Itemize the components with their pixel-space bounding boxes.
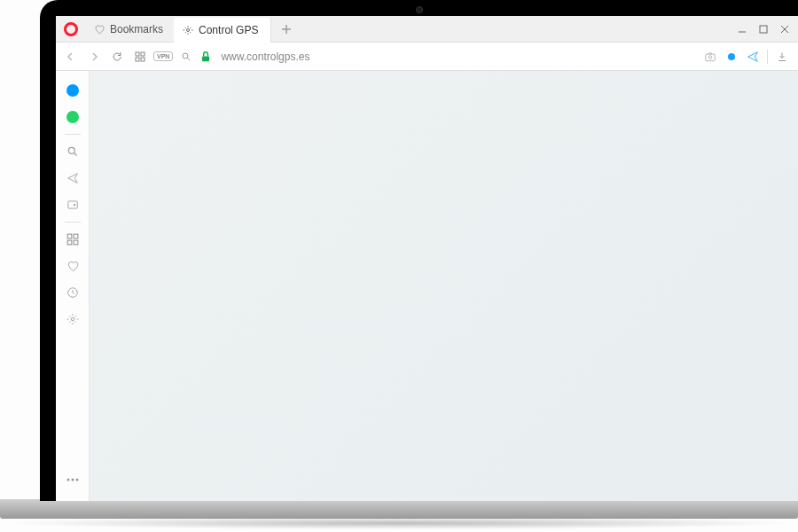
- laptop-frame: Bookmarks Control GPS: [40, 0, 798, 501]
- more-icon: [66, 478, 79, 481]
- browser-body: [56, 71, 798, 501]
- svg-point-6: [183, 53, 188, 59]
- sidebar-bookmarks[interactable]: [60, 254, 85, 278]
- page-content: [90, 71, 798, 501]
- search-button[interactable]: [176, 47, 196, 66]
- sidebar: [56, 71, 90, 501]
- back-button[interactable]: [61, 47, 81, 66]
- reload-icon: [112, 51, 122, 62]
- maximize-button[interactable]: [754, 20, 773, 39]
- separator: [767, 50, 768, 64]
- vpn-badge[interactable]: VPN: [153, 51, 173, 61]
- close-button[interactable]: [775, 20, 794, 39]
- svg-rect-2: [136, 52, 139, 56]
- heart-icon: [66, 260, 79, 272]
- whatsapp-icon: [66, 111, 79, 123]
- send-icon: [747, 51, 759, 63]
- new-tab-button[interactable]: [275, 18, 298, 41]
- svg-point-20: [75, 479, 78, 481]
- svg-point-9: [708, 55, 712, 59]
- sidebar-separator: [65, 134, 81, 135]
- svg-rect-15: [74, 240, 78, 245]
- lock-icon: [200, 51, 212, 63]
- sidebar-settings[interactable]: [60, 307, 85, 332]
- laptop-base: [0, 499, 798, 519]
- adblock-indicator[interactable]: [724, 50, 739, 64]
- sidebar-history[interactable]: [60, 280, 85, 305]
- sidebar-flow[interactable]: [60, 166, 85, 191]
- camera-icon: [416, 6, 423, 13]
- sidebar-search[interactable]: [60, 139, 85, 164]
- search-icon: [66, 145, 79, 158]
- maximize-icon: [759, 25, 768, 34]
- reload-button[interactable]: [107, 47, 127, 66]
- svg-point-0: [187, 28, 190, 31]
- sidebar-personal-news[interactable]: [60, 192, 85, 217]
- laptop-shadow: [0, 517, 798, 529]
- svg-rect-12: [67, 234, 72, 239]
- send-icon: [66, 172, 79, 184]
- svg-rect-1: [760, 26, 767, 33]
- minimize-button[interactable]: [732, 20, 752, 39]
- address-bar-actions: [703, 50, 793, 64]
- svg-rect-8: [706, 54, 716, 61]
- heart-icon: [94, 24, 105, 35]
- opera-logo-icon: [64, 22, 78, 36]
- bookmarks-tab-label: Bookmarks: [110, 23, 163, 35]
- clock-icon: [66, 286, 79, 299]
- download-icon: [777, 51, 787, 62]
- chevron-left-icon: [66, 52, 75, 61]
- close-icon: [780, 25, 789, 34]
- active-tab[interactable]: Control GPS: [174, 18, 271, 43]
- gear-icon: [66, 313, 79, 325]
- svg-rect-13: [74, 234, 78, 239]
- grid-icon: [135, 51, 145, 62]
- svg-rect-4: [136, 58, 139, 61]
- sidebar-whatsapp[interactable]: [60, 105, 85, 129]
- window-controls: [732, 20, 798, 39]
- bookmarks-tab[interactable]: Bookmarks: [83, 16, 174, 43]
- tab-title: Control GPS: [199, 24, 258, 36]
- svg-rect-14: [67, 240, 72, 245]
- svg-rect-11: [67, 201, 77, 208]
- svg-rect-7: [202, 56, 209, 61]
- send-button[interactable]: [746, 50, 760, 64]
- chevron-right-icon: [90, 52, 98, 61]
- news-icon: [66, 199, 79, 211]
- url-input[interactable]: www.controlgps.es: [215, 51, 700, 63]
- sidebar-more[interactable]: [60, 467, 85, 492]
- tab-bar: Bookmarks Control GPS: [56, 16, 798, 43]
- opera-menu-button[interactable]: [59, 17, 83, 42]
- forward-button[interactable]: [84, 47, 104, 66]
- sidebar-speed-dial[interactable]: [60, 227, 85, 252]
- svg-point-10: [68, 147, 74, 153]
- svg-rect-3: [141, 52, 145, 56]
- gear-icon: [183, 25, 193, 35]
- browser-window: Bookmarks Control GPS: [56, 16, 798, 501]
- svg-point-18: [66, 479, 69, 481]
- dot-icon: [728, 53, 735, 60]
- minimize-icon: [738, 25, 747, 34]
- address-bar: VPN www.controlgps.es: [56, 43, 798, 71]
- svg-rect-5: [141, 58, 145, 61]
- messenger-icon: [66, 84, 79, 97]
- speed-dial-button[interactable]: [130, 47, 150, 66]
- svg-point-17: [71, 317, 74, 321]
- snapshot-button[interactable]: [703, 50, 717, 64]
- search-icon: [181, 51, 192, 62]
- grid-icon: [66, 233, 79, 246]
- downloads-button[interactable]: [775, 50, 789, 64]
- camera-icon: [704, 51, 716, 63]
- sidebar-separator: [65, 222, 81, 223]
- svg-point-19: [71, 479, 74, 481]
- sidebar-messenger[interactable]: [60, 78, 85, 103]
- plus-icon: [282, 25, 291, 34]
